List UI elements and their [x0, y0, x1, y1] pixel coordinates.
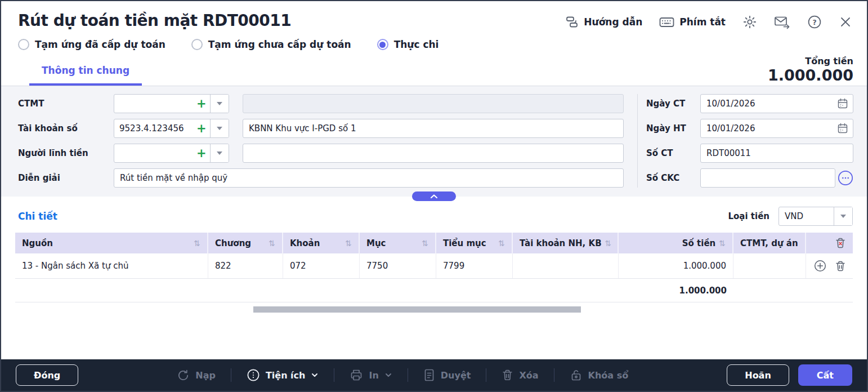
horizontal-scrollbar — [1, 306, 867, 313]
cell-ctmt-du-an[interactable] — [733, 253, 806, 278]
guide-link[interactable]: Hướng dẫn — [565, 15, 642, 29]
calendar-icon[interactable] — [837, 98, 848, 109]
col-header-khoan[interactable]: Khoản ⇅ — [283, 233, 360, 253]
col-header-tieu-muc[interactable]: Tiểu mục ⇅ — [436, 233, 513, 253]
tab-general-info[interactable]: Thông tin chung — [29, 65, 142, 86]
col-header-so-tien[interactable]: Số tiền ⇅ — [619, 233, 733, 253]
ckc-number-field — [700, 168, 853, 188]
bottom-toolbar: Đóng Nạp — [1, 359, 867, 391]
cell-khoan[interactable]: 072 — [283, 253, 360, 278]
toolbar-divider — [486, 368, 486, 382]
voucher-window: Rút dự toán tiền mặt RDT00011 Hướng dẫn — [0, 0, 868, 392]
radio-label: Tạm ứng đã cấp dự toán — [35, 39, 165, 50]
print-button[interactable]: In — [350, 368, 392, 382]
close-icon[interactable] — [839, 15, 852, 29]
save-button[interactable]: Cất — [798, 364, 852, 386]
account-name-field[interactable] — [243, 119, 624, 138]
cell-muc[interactable]: 7750 — [360, 253, 436, 278]
titlebar-actions: Hướng dẫn Phím tắt — [565, 10, 852, 29]
reload-button[interactable]: Nạp — [177, 369, 216, 382]
gear-icon[interactable] — [742, 15, 757, 29]
utilities-button[interactable]: Tiện ích — [247, 368, 319, 382]
guide-label: Hướng dẫn — [584, 16, 642, 28]
cell-chuong[interactable]: 822 — [208, 253, 283, 278]
more-options-icon[interactable] — [838, 170, 853, 186]
add-row-icon[interactable] — [814, 260, 826, 272]
grand-total: Tổng tiền 1.000.000 — [768, 56, 853, 86]
postpone-button[interactable]: Hoãn — [727, 364, 789, 386]
currency-label: Loại tiền — [728, 211, 769, 221]
posting-date-input[interactable] — [700, 119, 853, 138]
col-header-nguon[interactable]: Nguồn ⇅ — [15, 233, 208, 253]
help-icon[interactable]: ? — [807, 15, 822, 29]
close-button[interactable]: Đóng — [16, 364, 78, 386]
lock-button[interactable]: Khóa sổ — [570, 368, 629, 382]
account-dropdown-button[interactable] — [210, 119, 229, 137]
form-left-section: CTMT + Tài khoản số + Người lĩnh tiền + — [18, 94, 624, 188]
currency-select[interactable]: VND — [778, 207, 853, 226]
chevron-down-icon — [384, 371, 392, 379]
shortcuts-link[interactable]: Phím tắt — [659, 16, 726, 28]
sort-icon: ⇅ — [498, 239, 505, 248]
description-input[interactable] — [114, 168, 624, 188]
document-icon — [423, 368, 435, 382]
toolbar-right: Hoãn Cất — [727, 364, 852, 386]
sort-icon: ⇅ — [194, 239, 200, 248]
sort-icon: ⇅ — [422, 239, 428, 248]
cell-tai-khoan-nh-kb[interactable] — [513, 253, 619, 278]
doc-date-label: Ngày CT — [646, 99, 696, 109]
col-header-label: Tài khoản NH, KB — [520, 238, 602, 248]
account-combo: + — [114, 119, 229, 138]
col-header-muc[interactable]: Mục ⇅ — [360, 233, 436, 253]
account-input[interactable] — [114, 119, 196, 137]
col-header-actions — [806, 233, 853, 253]
radio-tam-ung-chua-cap[interactable]: Tạm ứng chưa cấp dự toán — [191, 39, 351, 50]
payee-input[interactable] — [114, 144, 196, 162]
ctmt-name-field — [243, 94, 624, 113]
radio-label: Thực chi — [394, 39, 439, 50]
approve-button[interactable]: Duyệt — [423, 368, 471, 382]
ctmt-label: CTMT — [18, 99, 100, 109]
radio-tam-ung-da-cap[interactable]: Tạm ứng đã cấp dự toán — [18, 39, 165, 50]
collapse-panel-button[interactable] — [412, 191, 456, 201]
cell-tieu-muc[interactable]: 7799 — [436, 253, 513, 278]
calendar-icon[interactable] — [837, 123, 848, 134]
col-header-label: Tiểu mục — [443, 238, 486, 248]
col-header-ctmt-du-an[interactable]: CTMT, dự án — [733, 233, 806, 253]
currency-dropdown-button[interactable] — [834, 207, 852, 225]
mail-send-icon[interactable] — [774, 15, 790, 29]
col-header-tai-khoan-nh-kb[interactable]: Tài khoản NH, KB ⇅ — [513, 233, 619, 253]
add-ctmt-icon[interactable]: + — [196, 95, 210, 113]
chevron-down-icon — [217, 102, 222, 105]
chevron-down-icon — [840, 215, 846, 218]
cell-nguon[interactable]: 13 - Ngân sách Xã tự chủ — [15, 253, 208, 278]
title-bar: Rút dự toán tiền mặt RDT00011 Hướng dẫn — [1, 1, 867, 30]
col-header-chuong[interactable]: Chương ⇅ — [208, 233, 283, 253]
ctmt-dropdown-button[interactable] — [210, 95, 229, 113]
guide-icon — [565, 15, 579, 29]
tab-row: Thông tin chung Tổng tiền 1.000.000 — [1, 50, 867, 86]
delete-row-icon[interactable] — [835, 260, 846, 272]
doc-date-input[interactable] — [700, 94, 853, 113]
add-account-icon[interactable]: + — [196, 119, 210, 137]
ckc-number-input[interactable] — [700, 168, 835, 188]
payee-dropdown-button[interactable] — [210, 144, 229, 162]
payee-name-field[interactable] — [243, 144, 624, 163]
trash-icon — [502, 369, 513, 381]
ctmt-input[interactable] — [114, 95, 196, 113]
voucher-type-options: Tạm ứng đã cấp dự toán Tạm ứng chưa cấp … — [1, 30, 867, 50]
scrollbar-thumb[interactable] — [253, 306, 581, 313]
cell-so-tien[interactable]: 1.000.000 — [619, 253, 733, 278]
table-total-amount: 1.000.000 — [619, 279, 733, 302]
radio-thuc-chi[interactable]: Thực chi — [377, 39, 439, 50]
doc-number-input[interactable] — [700, 144, 853, 163]
delete-button[interactable]: Xóa — [502, 369, 538, 381]
radio-circle-selected-icon — [377, 39, 388, 50]
col-header-label: Số tiền — [682, 238, 716, 248]
toolbar-divider — [231, 368, 231, 382]
print-label: In — [369, 370, 378, 381]
delete-all-rows-icon[interactable] — [835, 237, 846, 249]
col-header-label: Nguồn — [22, 238, 53, 248]
add-payee-icon[interactable]: + — [196, 144, 210, 162]
col-header-label: CTMT, dự án — [740, 238, 798, 248]
